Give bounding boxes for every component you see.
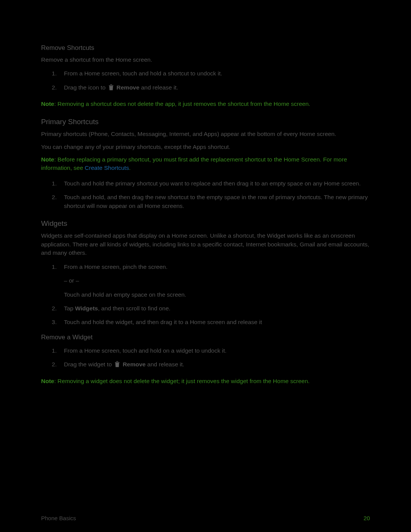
steps-widgets-add: From a Home screen, pinch the screen. – … [41,263,370,327]
create-shortcuts-link[interactable]: Create Shortcuts [85,165,129,171]
note-remove-shortcut: Note: Removing a shortcut does not delet… [41,100,370,108]
note-primary-shortcuts: Note: Before replacing a primary shortcu… [41,155,370,173]
steps-remove-widget: From a Home screen, touch and hold on a … [41,347,370,370]
step-text-prefix: Drag the widget to [64,361,113,367]
note-label: Note [41,378,54,384]
step-1a: From a Home screen, pinch the screen. [64,264,167,270]
step-text-prefix: Drag the icon to [64,84,107,91]
step-2a: Tap [64,305,75,312]
list-item: From a Home screen, touch and hold a sho… [64,69,370,78]
heading-primary-shortcuts: Primary Shortcuts [41,118,370,126]
note-tail: . [129,165,131,171]
note-label: Note [41,156,54,163]
page-footer: Phone Basics 20 [41,515,370,521]
list-item: Touch and hold the primary shortcut you … [64,179,370,188]
list-item: Drag the widget to Remove and release it… [64,360,370,370]
list-item: Drag the icon to Remove and release it. [64,83,370,93]
list-item: Touch and hold, and then drag the new sh… [64,193,370,210]
or-text: – or – [64,276,370,285]
remove-label: Remove [116,84,139,91]
step-text-suffix: and release it. [146,361,185,367]
widgets-bold: Widgets [75,305,98,312]
heading-remove-widget: Remove a Widget [41,334,370,341]
para-primary-2: You can change any of your primary short… [41,143,370,151]
step-1b: Touch and hold an empty space on the scr… [64,291,186,298]
step-2b: , and then scroll to find one. [98,305,170,312]
list-item: From a Home screen, pinch the screen. – … [64,263,370,299]
note-label: Note [41,101,54,107]
document-page: Remove Shortcuts Remove a shortcut from … [0,0,411,532]
steps-primary-shortcuts: Touch and hold the primary shortcut you … [41,179,370,210]
heading-remove-shortcuts: Remove Shortcuts [41,44,370,52]
steps-remove-shortcuts: From a Home screen, touch and hold a sho… [41,69,370,93]
list-item: Touch and hold the widget, and then drag… [64,318,370,326]
note-remove-widget: Note: Removing a widget does not delete … [41,377,370,385]
list-item: Tap Widgets, and then scroll to find one… [64,304,370,313]
heading-widgets: Widgets [41,219,370,228]
trash-icon [114,361,120,370]
page-number: 20 [363,515,370,521]
intro-remove-shortcuts: Remove a shortcut from the Home screen. [41,56,370,64]
list-item: From a Home screen, touch and hold on a … [64,347,370,355]
footer-section-title: Phone Basics [41,515,76,521]
para-primary-1: Primary shortcuts (Phone, Contacts, Mess… [41,130,370,138]
para-widgets-intro: Widgets are self-contained apps that dis… [41,232,370,257]
note-body: : Removing a widget does not delete the … [54,378,309,384]
note-body: : Removing a shortcut does not delete th… [54,101,310,107]
remove-label: Remove [123,361,145,367]
trash-icon [108,84,114,93]
step-text-suffix: and release it. [139,84,178,91]
